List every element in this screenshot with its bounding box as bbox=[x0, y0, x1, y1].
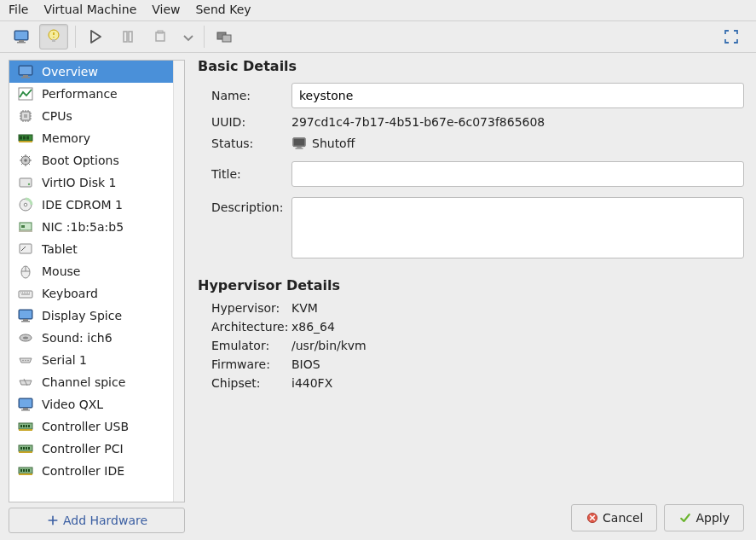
apply-label: Apply bbox=[695, 511, 730, 525]
keyboard-icon bbox=[16, 286, 35, 301]
plus-icon bbox=[46, 513, 60, 528]
sidebar-item-sound[interactable]: Sound: ich6 bbox=[9, 327, 173, 349]
sidebar-item-display-spice[interactable]: Display Spice bbox=[9, 305, 173, 327]
sidebar-item-label: Channel spice bbox=[42, 375, 125, 389]
sidebar-item-virtio-disk-1[interactable]: VirtIO Disk 1 bbox=[9, 171, 173, 194]
sidebar-item-ide-cdrom-1[interactable]: IDE CDROM 1 bbox=[9, 194, 173, 216]
screens-icon bbox=[215, 29, 234, 44]
sidebar-item-overview[interactable]: Overview bbox=[9, 61, 173, 83]
sidebar-item-label: Overview bbox=[42, 65, 98, 78]
basic-details-title: Basic Details bbox=[198, 58, 744, 74]
sidebar-item-label: Video QXL bbox=[42, 398, 103, 411]
hypervisor-details-title: Hypervisor Details bbox=[198, 277, 744, 293]
name-input[interactable] bbox=[291, 83, 744, 108]
hv-firmware-value: BIOS bbox=[291, 357, 320, 371]
menu-file[interactable]: File bbox=[9, 3, 28, 16]
add-hardware-label: Add Hardware bbox=[63, 514, 147, 527]
sidebar-item-label: IDE CDROM 1 bbox=[42, 198, 123, 212]
shutdown-button[interactable] bbox=[146, 24, 175, 49]
pause-button[interactable] bbox=[113, 24, 142, 49]
uuid-value: 297cd1c4-7b17-4b51-b67e-6c073f865608 bbox=[291, 115, 545, 129]
menu-virtual-machine[interactable]: Virtual Machine bbox=[43, 3, 136, 16]
description-label: Description: bbox=[198, 197, 291, 214]
sidebar-item-label: Sound: ich6 bbox=[42, 331, 113, 345]
sidebar-item-controller-ide[interactable]: Controller IDE bbox=[9, 460, 173, 482]
sidebar-item-controller-usb[interactable]: Controller USB bbox=[9, 415, 173, 438]
gear-icon bbox=[16, 153, 35, 168]
sidebar-item-keyboard[interactable]: Keyboard bbox=[9, 282, 173, 305]
monitor-off-icon bbox=[291, 136, 307, 151]
stop-icon bbox=[151, 29, 170, 44]
tablet-icon bbox=[16, 241, 35, 257]
hv-firmware-label: Firmware: bbox=[198, 357, 291, 371]
fullscreen-icon bbox=[722, 29, 741, 44]
cancel-button[interactable]: Cancel bbox=[571, 504, 657, 531]
cancel-icon bbox=[586, 510, 599, 525]
sidebar-item-mouse[interactable]: Mouse bbox=[9, 260, 173, 282]
sidebar-item-label: NIC :1b:5a:b5 bbox=[42, 220, 124, 234]
shutdown-dropdown[interactable] bbox=[178, 24, 197, 49]
toolbar bbox=[0, 20, 756, 53]
sidebar-item-label: Serial 1 bbox=[42, 353, 87, 367]
controller-icon bbox=[16, 463, 35, 479]
console-button[interactable] bbox=[7, 24, 36, 49]
sidebar-item-label: Display Spice bbox=[42, 309, 122, 322]
sidebar-item-cpus[interactable]: CPUs bbox=[9, 105, 173, 127]
hv-hypervisor-value: KVM bbox=[291, 301, 318, 315]
status-value: Shutoff bbox=[291, 136, 355, 151]
sidebar-item-label: Controller IDE bbox=[42, 464, 124, 478]
sidebar-item-label: VirtIO Disk 1 bbox=[42, 176, 116, 189]
sidebar-item-controller-pci[interactable]: Controller PCI bbox=[9, 438, 173, 460]
status-label: Status: bbox=[198, 136, 291, 150]
apply-button[interactable]: Apply bbox=[664, 504, 744, 531]
sound-icon bbox=[16, 330, 35, 345]
sidebar-item-label: Tablet bbox=[42, 242, 78, 256]
status-text: Shutoff bbox=[312, 136, 355, 150]
sidebar-item-tablet[interactable]: Tablet bbox=[9, 238, 173, 260]
performance-icon bbox=[16, 86, 35, 102]
video-icon bbox=[16, 397, 35, 412]
controller-icon bbox=[16, 419, 35, 434]
memory-icon bbox=[16, 131, 35, 146]
sidebar-item-memory[interactable]: Memory bbox=[9, 127, 173, 149]
sidebar-item-serial-1[interactable]: Serial 1 bbox=[9, 349, 173, 371]
sidebar-item-boot-options[interactable]: Boot Options bbox=[9, 149, 173, 171]
cpu-icon bbox=[16, 108, 35, 124]
sidebar-item-label: Boot Options bbox=[42, 154, 119, 167]
apply-icon bbox=[678, 510, 692, 525]
title-label: Title: bbox=[198, 167, 291, 181]
menubar: File Virtual Machine View Send Key bbox=[0, 0, 756, 20]
run-button[interactable] bbox=[81, 24, 110, 49]
hv-emulator-value: /usr/bin/kvm bbox=[291, 339, 366, 352]
play-icon bbox=[86, 29, 105, 44]
menu-view[interactable]: View bbox=[152, 3, 180, 16]
sidebar-item-label: CPUs bbox=[42, 109, 72, 123]
menu-send-key[interactable]: Send Key bbox=[195, 3, 251, 16]
hv-chipset-label: Chipset: bbox=[198, 376, 291, 390]
hardware-list: Overview Performance CPUs Memory Boot Op… bbox=[9, 60, 185, 502]
sidebar-item-label: Controller USB bbox=[42, 420, 129, 433]
details-button[interactable] bbox=[39, 24, 68, 49]
cdrom-icon bbox=[16, 197, 35, 212]
fullscreen-button[interactable] bbox=[717, 24, 746, 49]
hv-architecture-value: x86_64 bbox=[291, 320, 335, 334]
snapshots-button[interactable] bbox=[210, 24, 239, 49]
sidebar-item-nic[interactable]: NIC :1b:5a:b5 bbox=[9, 216, 173, 238]
name-label: Name: bbox=[198, 89, 291, 102]
sidebar-item-label: Mouse bbox=[42, 264, 80, 278]
uuid-label: UUID: bbox=[198, 115, 291, 129]
description-input[interactable] bbox=[291, 197, 744, 258]
toolbar-separator-2 bbox=[204, 26, 205, 48]
disk-icon bbox=[16, 175, 35, 190]
monitor-info-icon bbox=[16, 64, 35, 79]
add-hardware-button[interactable]: Add Hardware bbox=[9, 508, 185, 533]
sidebar-item-channel-spice[interactable]: Channel spice bbox=[9, 371, 173, 393]
hv-architecture-label: Architecture: bbox=[198, 320, 291, 334]
controller-icon bbox=[16, 441, 35, 456]
info-bulb-icon bbox=[44, 29, 63, 44]
sidebar-item-performance[interactable]: Performance bbox=[9, 83, 173, 105]
sidebar-scrollbar[interactable] bbox=[173, 61, 184, 502]
sidebar-item-video-qxl[interactable]: Video QXL bbox=[9, 393, 173, 415]
hv-chipset-value: i440FX bbox=[291, 376, 332, 390]
title-input[interactable] bbox=[291, 161, 744, 187]
